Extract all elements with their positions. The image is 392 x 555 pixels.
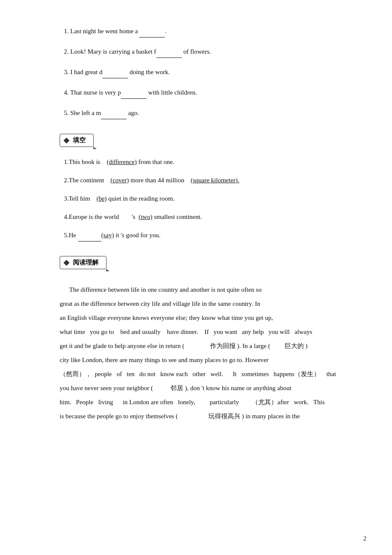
section2-item2: 2.The continent (cover) more than 44 mil…: [64, 175, 358, 186]
reading-line3: an English village everyone knows everyo…: [60, 311, 358, 325]
section1-item2: 2. Look! Mary is carrying a basket f of …: [64, 46, 358, 58]
section3: 阅读理解 The difference between life in one …: [60, 252, 358, 423]
s2-item2-text: 2.The continent (cover) more than 44 mil…: [64, 177, 239, 184]
reading-line6: city like London, there are many things …: [60, 353, 358, 367]
section2: 填空 1.This book is (difference) from that…: [60, 129, 358, 242]
item3-text: 3. I had great d doing the work.: [64, 69, 170, 75]
section1-item3: 3. I had great d doing the work.: [64, 66, 358, 78]
cn-youqi: （尤其）: [252, 399, 277, 405]
item4-text: 4. That nurse is very p with little chil…: [64, 89, 197, 96]
item1-text: 1. Last night he went home a .: [64, 28, 167, 35]
reading-passage: The difference between life in one count…: [60, 283, 358, 423]
s2-item3-word: (be): [96, 195, 107, 202]
blank2: [156, 46, 182, 58]
page-number: 2: [363, 535, 366, 542]
section3-title: 阅读理解: [73, 259, 98, 267]
section1: 1. Last night he went home a . 2. Look! …: [60, 26, 358, 119]
cn-huibao: 作为回报: [210, 342, 236, 349]
blank5: [101, 107, 127, 119]
blank3: [102, 66, 128, 78]
diamond-icon: [63, 137, 69, 143]
s2-item2-word2: (square kilometer).: [190, 177, 239, 184]
section2-item5: 5.He (say) it 's good for you.: [64, 230, 358, 242]
section2-item3: 3.Tell him (be) quiet in the reading roo…: [64, 193, 358, 204]
s2-item4-text: 4.Europe is the world 's (two) smallest …: [64, 213, 202, 220]
s2-item4-word: (two): [138, 213, 153, 220]
cn-fasheng: （发生）: [294, 371, 320, 377]
section2-title: 填空: [73, 136, 86, 144]
item5-text: 5. She left a m ago.: [64, 109, 139, 116]
reading-line9: him. People living in London are often l…: [60, 395, 358, 409]
blank4: [121, 87, 147, 99]
section2-items: 1.This book is (difference) from that on…: [60, 156, 358, 242]
reading-line1: The difference between life in one count…: [60, 283, 358, 297]
section1-items: 1. Last night he went home a . 2. Look! …: [60, 26, 358, 119]
item2-text: 2. Look! Mary is carrying a basket f of …: [64, 48, 211, 55]
reading-line4: what time you go to bed and usually have…: [60, 325, 358, 339]
section3-header: 阅读理解: [60, 256, 107, 269]
section1-item4: 4. That nurse is very p with little chil…: [64, 87, 358, 99]
cn-ranr: （然而）: [60, 371, 85, 377]
diamond2-icon: [63, 259, 69, 265]
section1-item5: 5. She left a m ago.: [64, 107, 358, 119]
s2-item1-word: (difference): [107, 158, 137, 165]
reading-line2: great as the difference between city lif…: [60, 297, 358, 311]
s2-blank5: [78, 230, 101, 242]
section2-item1: 1.This book is (difference) from that on…: [64, 156, 358, 168]
reading-line5: get it and be glade to help anyone else …: [60, 339, 358, 353]
section2-header: 填空: [60, 134, 94, 147]
section1-item1: 1. Last night he went home a .: [64, 26, 358, 37]
s2-item5-word: (say): [101, 232, 114, 239]
reading-line10: is because the people go to enjoy themse…: [60, 409, 358, 423]
cn-juda: 巨大的: [285, 342, 304, 349]
cn-wande: 玩得很高兴: [208, 413, 240, 420]
reading-line8: you have never seen your neighbor ( 邻居 )…: [60, 381, 358, 395]
s2-item2-word1: (cover): [110, 177, 129, 184]
cn-linju: 邻居: [170, 385, 183, 391]
reading-line7: （然而）， people of ten do not know each oth…: [60, 367, 358, 381]
section2-item4: 4.Europe is the world 's (two) smallest …: [64, 211, 358, 223]
s2-item5-text: 5.He (say) it 's good for you.: [64, 232, 161, 239]
s2-item1-text: 1.This book is (difference) from that on…: [64, 158, 174, 165]
blank1: [139, 26, 165, 37]
s2-item3-text: 3.Tell him (be) quiet in the reading roo…: [64, 195, 175, 202]
